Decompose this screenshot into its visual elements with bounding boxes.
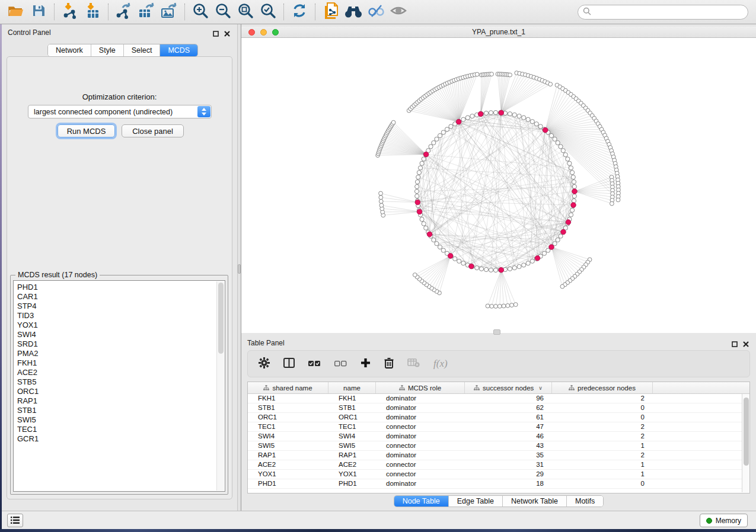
window-close-button[interactable]: [248, 29, 255, 36]
table-cell[interactable]: 2: [552, 422, 653, 431]
mcds-result-item[interactable]: SWI5: [17, 415, 225, 425]
table-row[interactable]: ACE2ACE2connector311: [248, 460, 749, 470]
delete-table-button[interactable]: [407, 358, 420, 370]
float-panel-icon[interactable]: [732, 339, 738, 350]
table-row[interactable]: FKH1FKH1dominator962: [248, 394, 749, 403]
table-row[interactable]: YOX1YOX1connector291: [248, 470, 749, 479]
run-mcds-button[interactable]: Run MCDS: [58, 124, 115, 137]
window-minimize-button[interactable]: [260, 29, 267, 36]
network-from-document-button[interactable]: [321, 2, 341, 21]
deselect-all-rows-button[interactable]: [334, 358, 347, 369]
column-header-shared-name[interactable]: shared name: [248, 382, 328, 393]
export-image-button[interactable]: [159, 2, 179, 21]
tab-motifs[interactable]: Motifs: [567, 496, 603, 507]
mcds-result-item[interactable]: PMA2: [17, 349, 225, 358]
table-cell[interactable]: connector: [376, 441, 465, 450]
mcds-result-item[interactable]: TID3: [17, 311, 225, 321]
table-cell[interactable]: 0: [552, 479, 653, 488]
table-cell[interactable]: 1: [552, 470, 653, 479]
table-row[interactable]: TEC1TEC1connector472: [248, 422, 749, 432]
table-cell[interactable]: 0: [552, 413, 653, 422]
column-header-name[interactable]: name: [328, 382, 376, 393]
table-cell[interactable]: PHD1: [328, 479, 376, 488]
table-cell[interactable]: TEC1: [328, 422, 376, 431]
table-row[interactable]: RAP1RAP1dominator352: [248, 451, 749, 460]
save-session-button[interactable]: [28, 2, 49, 21]
mcds-result-item[interactable]: PHD1: [17, 283, 225, 292]
mcds-list-scrollbar[interactable]: [216, 281, 224, 491]
table-cell[interactable]: 96: [465, 394, 552, 403]
table-cell[interactable]: 43: [465, 441, 552, 450]
zoom-in-button[interactable]: [190, 2, 210, 21]
table-options-button[interactable]: [259, 357, 270, 371]
column-visibility-button[interactable]: [283, 358, 295, 370]
splitter-handle[interactable]: [238, 264, 241, 274]
table-cell[interactable]: ORC1: [248, 413, 328, 422]
tab-network[interactable]: Network: [48, 44, 91, 56]
table-row[interactable]: ORC1ORC1dominator610: [248, 413, 749, 422]
function-builder-button[interactable]: f(x): [433, 358, 448, 370]
show-graphics-details-button[interactable]: [388, 2, 409, 21]
tab-style[interactable]: Style: [91, 44, 124, 56]
close-panel-icon[interactable]: [743, 339, 749, 350]
search-input[interactable]: [594, 8, 748, 17]
task-history-button[interactable]: [7, 514, 23, 527]
tab-select[interactable]: Select: [124, 44, 161, 56]
refresh-button[interactable]: [289, 2, 310, 21]
table-cell[interactable]: dominator: [376, 403, 465, 412]
table-row[interactable]: SWI5SWI5connector431: [248, 441, 749, 451]
zoom-selected-button[interactable]: [258, 2, 278, 21]
table-cell[interactable]: 61: [465, 413, 552, 422]
search-network-button[interactable]: [343, 2, 363, 21]
export-table-button[interactable]: [136, 2, 157, 21]
mcds-result-item[interactable]: FKH1: [17, 358, 225, 368]
table-cell[interactable]: dominator: [376, 451, 465, 460]
mcds-result-item[interactable]: ORC1: [17, 387, 225, 396]
table-cell[interactable]: connector: [376, 470, 465, 479]
network-window-titlebar[interactable]: YPA_prune.txt_1: [241, 27, 756, 38]
table-row[interactable]: PHD1PHD1dominator180: [248, 479, 749, 489]
table-cell[interactable]: ORC1: [328, 413, 376, 422]
mcds-result-item[interactable]: STP4: [17, 302, 225, 311]
tab-node-table[interactable]: Node Table: [394, 496, 449, 507]
close-panel-icon[interactable]: [224, 28, 230, 39]
network-search-box[interactable]: [578, 5, 748, 20]
mcds-result-item[interactable]: YOX1: [17, 321, 225, 330]
panel-splitter-vertical[interactable]: [237, 24, 241, 511]
mcds-result-item[interactable]: SRD1: [17, 339, 225, 349]
table-cell[interactable]: 29: [465, 470, 552, 479]
table-cell[interactable]: dominator: [376, 413, 465, 422]
window-maximize-button[interactable]: [272, 29, 279, 36]
table-cell[interactable]: connector: [376, 460, 465, 469]
column-header-predecessor-nodes[interactable]: predecessor nodes: [552, 382, 653, 393]
mcds-result-item[interactable]: SWI4: [17, 330, 225, 339]
table-cell[interactable]: PHD1: [248, 479, 328, 488]
table-cell[interactable]: 18: [465, 479, 552, 488]
tab-mcds[interactable]: MCDS: [160, 44, 197, 56]
table-cell[interactable]: connector: [376, 422, 465, 431]
mcds-result-item[interactable]: STB1: [17, 406, 225, 415]
close-panel-button[interactable]: Close panel: [122, 124, 184, 137]
optimization-criterion-select[interactable]: largest connected component (undirected): [28, 105, 212, 118]
table-cell[interactable]: ACE2: [248, 460, 328, 469]
table-cell[interactable]: SWI4: [328, 432, 376, 441]
table-cell[interactable]: STB1: [248, 403, 328, 412]
table-cell[interactable]: 35: [465, 451, 552, 460]
table-cell[interactable]: 31: [465, 460, 552, 469]
table-cell[interactable]: 46: [465, 432, 552, 441]
table-cell[interactable]: 47: [465, 422, 552, 431]
mcds-result-item[interactable]: TEC1: [17, 425, 225, 434]
table-cell[interactable]: 1: [552, 441, 653, 450]
export-network-button[interactable]: [114, 2, 134, 21]
table-cell[interactable]: 0: [552, 403, 653, 412]
tab-edge-table[interactable]: Edge Table: [449, 496, 503, 507]
table-cell[interactable]: RAP1: [328, 451, 376, 460]
table-cell[interactable]: 2: [552, 432, 653, 441]
table-cell[interactable]: YOX1: [328, 470, 376, 479]
mcds-result-item[interactable]: CAR1: [17, 292, 225, 302]
import-network-button[interactable]: [60, 2, 80, 21]
table-row[interactable]: SWI4SWI4dominator462: [248, 432, 749, 441]
table-row[interactable]: STB1STB1dominator620: [248, 403, 749, 413]
table-cell[interactable]: 2: [552, 451, 653, 460]
memory-button[interactable]: Memory: [700, 514, 748, 527]
